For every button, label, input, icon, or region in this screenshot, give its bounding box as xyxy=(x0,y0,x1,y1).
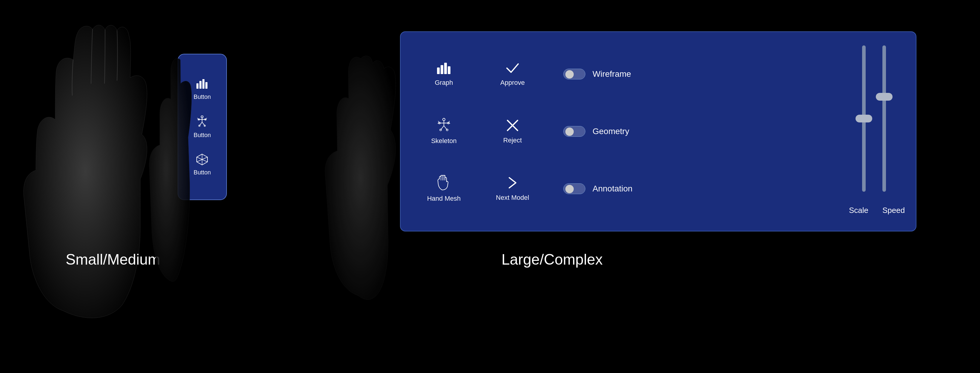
chevron-right-icon xyxy=(506,176,519,191)
slider-scale[interactable] xyxy=(862,45,865,201)
cross-icon xyxy=(506,118,519,134)
svg-rect-22 xyxy=(441,65,443,74)
toggle-annotation-row: Annotation xyxy=(563,183,834,194)
large-skeleton-icon xyxy=(437,118,451,134)
item-next-model-label: Next Model xyxy=(496,194,529,202)
item-skeleton[interactable]: Skeleton xyxy=(417,103,471,160)
slider-scale-track xyxy=(862,45,865,192)
toggle-wireframe-label: Wireframe xyxy=(593,69,631,79)
toggle-wireframe[interactable] xyxy=(563,69,585,80)
item-skeleton-label: Skeleton xyxy=(431,137,457,145)
hand-left-small xyxy=(9,18,164,332)
hand-mesh-icon xyxy=(437,175,451,192)
toggle-wireframe-row: Wireframe xyxy=(563,69,834,80)
item-approve-label: Approve xyxy=(500,79,525,87)
item-hand-mesh[interactable]: Hand Mesh xyxy=(417,160,471,217)
slider-speed[interactable] xyxy=(882,45,886,201)
slider-speed-thumb[interactable] xyxy=(876,93,892,100)
checkmark-icon xyxy=(505,62,520,76)
item-reject[interactable]: Reject xyxy=(486,103,539,160)
toggle-annotation[interactable] xyxy=(563,183,585,194)
svg-rect-21 xyxy=(437,67,440,74)
panel-large: Graph Approve xyxy=(400,31,916,231)
toggle-geometry-label: Geometry xyxy=(593,127,629,136)
item-reject-label: Reject xyxy=(503,137,522,144)
items-grid: Graph Approve xyxy=(417,45,539,217)
slider-speed-label: Speed xyxy=(882,206,899,215)
svg-rect-23 xyxy=(444,63,447,74)
svg-point-25 xyxy=(443,118,445,121)
sliders-section: Scale Speed xyxy=(834,45,899,217)
toggle-wireframe-knob xyxy=(565,70,574,78)
sliders-tracks xyxy=(862,45,886,201)
large-graph-icon xyxy=(436,62,451,76)
slider-scale-thumb[interactable] xyxy=(856,115,872,123)
hand-right-large xyxy=(317,27,400,301)
svg-line-37 xyxy=(449,123,450,123)
svg-line-35 xyxy=(438,123,439,123)
item-graph-label: Graph xyxy=(434,79,453,87)
item-graph[interactable]: Graph xyxy=(417,45,471,103)
toggle-geometry[interactable] xyxy=(563,126,585,137)
hand-left-large xyxy=(176,21,334,338)
svg-rect-24 xyxy=(448,66,450,74)
slider-labels: Scale Speed xyxy=(849,201,899,217)
toggle-geometry-knob xyxy=(565,128,574,136)
slider-scale-label: Scale xyxy=(849,206,865,215)
slider-speed-track xyxy=(882,45,886,192)
toggles-section: Wireframe Geometry Annotation xyxy=(539,45,834,217)
toggle-annotation-label: Annotation xyxy=(593,184,633,193)
toggle-annotation-knob xyxy=(565,185,574,193)
item-next-model[interactable]: Next Model xyxy=(486,160,539,217)
item-hand-mesh-label: Hand Mesh xyxy=(427,195,461,202)
large-complex-label: Large/Complex xyxy=(501,251,603,268)
item-approve[interactable]: Approve xyxy=(486,45,539,103)
toggle-geometry-row: Geometry xyxy=(563,126,834,137)
